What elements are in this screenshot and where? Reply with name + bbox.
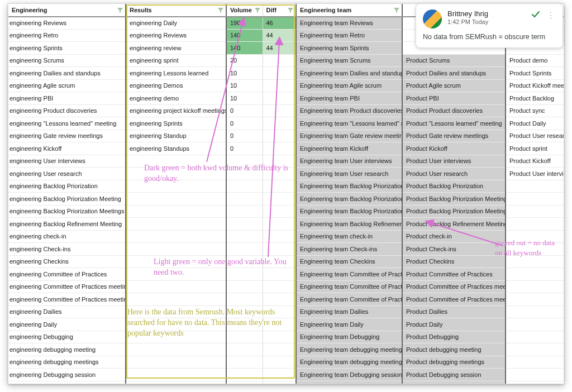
cell[interactable]: engineering User research <box>8 168 126 180</box>
cell[interactable]: Product User research <box>402 168 506 180</box>
cell[interactable]: engineering Checkins <box>8 255 126 268</box>
cell[interactable] <box>126 356 226 369</box>
cell[interactable]: engineering Committee of Practices <box>8 268 126 281</box>
cell[interactable]: Product sync <box>506 104 564 117</box>
cell[interactable] <box>126 268 226 281</box>
cell[interactable] <box>126 293 226 306</box>
table-row[interactable]: engineering DebuggingEngineering team De… <box>8 331 564 343</box>
table-row[interactable]: engineering User interviewsEngineering t… <box>8 155 564 168</box>
table-row[interactable]: engineering Committee of Practices meeti… <box>8 293 564 306</box>
cell[interactable] <box>126 155 226 168</box>
cell[interactable]: engineering Backlog Priorization Meeting… <box>8 205 126 218</box>
cell[interactable] <box>126 343 226 356</box>
cell[interactable]: engineering Sprints <box>126 117 226 130</box>
cell[interactable] <box>226 356 263 369</box>
cell[interactable]: Product Scrums <box>402 54 506 67</box>
cell[interactable] <box>226 205 263 218</box>
cell[interactable]: Product Backlog Refinement Meeting <box>402 218 506 231</box>
cell[interactable]: engineering Reviews <box>126 29 226 42</box>
cell[interactable]: Engineering team Checkins <box>296 255 402 268</box>
cell[interactable]: 0 <box>226 104 263 117</box>
cell[interactable] <box>126 280 226 293</box>
cell[interactable]: Product demo <box>506 54 564 67</box>
cell[interactable]: Product check-in <box>402 230 506 243</box>
table-row[interactable]: engineering Gate review meetingsengineer… <box>8 130 564 142</box>
cell[interactable]: Product Dailies <box>402 305 506 318</box>
cell[interactable]: Product Kickoff <box>402 142 506 155</box>
cell[interactable]: Product debugging meetings <box>402 356 506 369</box>
cell[interactable] <box>263 343 296 356</box>
cell[interactable]: 44 <box>263 42 296 55</box>
cell[interactable] <box>263 218 296 231</box>
cell[interactable]: Engineering team User research <box>296 168 402 180</box>
cell[interactable]: 10 <box>226 92 263 105</box>
cell[interactable] <box>226 381 263 384</box>
cell[interactable]: engineering Committee of Practices meeti… <box>8 293 126 306</box>
cell[interactable]: Engineering team Reviews <box>296 17 402 30</box>
cell[interactable] <box>506 356 564 369</box>
cell[interactable] <box>506 268 564 281</box>
cell[interactable] <box>226 293 263 306</box>
cell[interactable]: Product Debugging session <box>402 369 506 381</box>
cell[interactable]: Engineering team Debugging session <box>296 369 402 381</box>
cell[interactable]: engineering Backlog Refinement Meeting <box>8 218 126 231</box>
table-row[interactable]: engineering Scrumsengineering sprint20En… <box>8 54 564 67</box>
cell[interactable] <box>226 168 263 180</box>
cell[interactable]: 10 <box>226 79 263 92</box>
cell[interactable]: Product Backlog Priorization Meetings <box>402 205 506 218</box>
cell[interactable]: Product sprint <box>506 142 564 155</box>
cell[interactable] <box>226 369 263 381</box>
cell[interactable]: Engineering team Check-ins <box>296 243 402 256</box>
cell[interactable]: engineering Check-ins <box>8 243 126 256</box>
cell[interactable]: 44 <box>263 29 296 42</box>
cell[interactable]: Product Daily <box>402 318 506 331</box>
cell[interactable]: 140 <box>226 29 263 42</box>
cell[interactable]: Engineering team Committee of Practices … <box>296 280 402 293</box>
cell[interactable]: Engineering team Dailies and standups <box>296 67 402 80</box>
header-team[interactable]: Engineering team <box>296 4 402 17</box>
cell[interactable]: 10 <box>226 67 263 80</box>
cell[interactable]: engineering Product discoveries <box>8 104 126 117</box>
cell[interactable]: Product User interviews <box>402 155 506 168</box>
cell[interactable]: engineering sprint <box>126 54 226 67</box>
cell[interactable] <box>263 130 296 142</box>
cell[interactable]: engineering debugging meeting <box>8 343 126 356</box>
table-row[interactable]: engineering User researchEngineering tea… <box>8 168 564 180</box>
table-row[interactable]: engineering DailyEngineering team DailyP… <box>8 318 564 331</box>
cell[interactable] <box>263 193 296 205</box>
cell[interactable]: Product Backlog Priorization Meeting <box>402 193 506 205</box>
cell[interactable] <box>506 381 564 384</box>
cell[interactable]: Engineering team Backlog Priorization Me… <box>296 193 402 205</box>
cell[interactable] <box>126 193 226 205</box>
cell[interactable] <box>126 168 226 180</box>
cell[interactable]: Product Sprints <box>506 67 564 80</box>
cell[interactable]: Product User interviews <box>506 168 564 180</box>
cell[interactable] <box>263 230 296 243</box>
cell[interactable] <box>263 168 296 180</box>
cell[interactable]: Product Product discoveries <box>402 104 506 117</box>
table-row[interactable]: engineering Backlog PriorizationEngineer… <box>8 180 564 193</box>
table-row[interactable]: engineering CheckinsEngineering team Che… <box>8 255 564 268</box>
cell[interactable]: engineering Standup <box>126 130 226 142</box>
cell[interactable] <box>263 381 296 384</box>
cell[interactable]: engineering Daily <box>8 318 126 331</box>
table-row[interactable]: engineering Check-insEngineering team Ch… <box>8 243 564 256</box>
header-volume[interactable]: Volume <box>226 4 263 17</box>
filter-icon[interactable] <box>287 7 294 13</box>
cell[interactable] <box>263 356 296 369</box>
table-row[interactable]: engineering Debugging sessionsEngineerin… <box>8 381 564 384</box>
cell[interactable]: 0 <box>226 130 263 142</box>
cell[interactable]: Engineering team Debugging sessions <box>296 381 402 384</box>
cell[interactable]: Product Kickoff <box>506 155 564 168</box>
cell[interactable]: Engineering team "Lessons learned" meeti… <box>296 117 402 130</box>
cell[interactable] <box>263 67 296 80</box>
cell[interactable]: Engineering team Dailies <box>296 305 402 318</box>
cell[interactable] <box>263 268 296 281</box>
cell[interactable]: engineering debugging meetings <box>8 356 126 369</box>
cell[interactable] <box>226 218 263 231</box>
cell[interactable]: Product Gate review meetings <box>402 130 506 142</box>
cell[interactable] <box>126 180 226 193</box>
cell[interactable]: Engineering team Agile scrum <box>296 79 402 92</box>
table-row[interactable]: engineering Dailies and standupsengineer… <box>8 67 564 80</box>
filter-icon[interactable] <box>254 7 261 13</box>
